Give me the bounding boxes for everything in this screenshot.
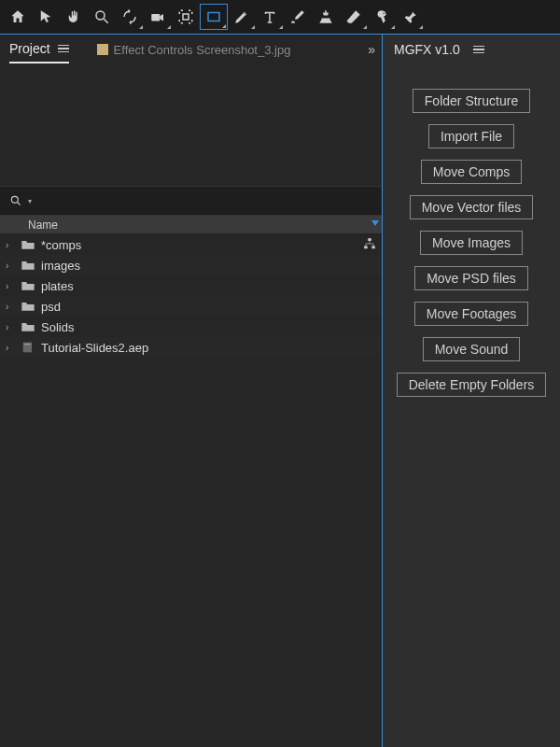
- svg-line-1: [104, 19, 108, 23]
- mgfx-button-list: Folder Structure Import File Move Comps …: [383, 64, 560, 397]
- tab-effect-controls-label: Effect Controls Screenshot_3.jpg: [114, 43, 291, 57]
- row-label: *comps: [41, 238, 81, 252]
- project-row[interactable]: › psd: [0, 296, 382, 317]
- type-tool-icon[interactable]: [256, 4, 284, 30]
- tab-effect-controls[interactable]: Effect Controls Screenshot_3.jpg: [97, 43, 291, 57]
- delete-empty-folders-button[interactable]: Delete Empty Folders: [397, 373, 547, 397]
- project-search[interactable]: ▾: [0, 186, 382, 216]
- project-panel: Project Effect Controls Screenshot_3.jpg…: [0, 34, 383, 747]
- flowchart-icon[interactable]: [363, 237, 376, 253]
- roto-brush-tool-icon[interactable]: [368, 4, 396, 30]
- tabs-expand-icon[interactable]: »: [368, 42, 374, 57]
- selection-tool-icon[interactable]: [32, 4, 60, 30]
- project-row[interactable]: › Tutorial-Slides2.aep: [0, 337, 382, 358]
- brush-tool-icon[interactable]: [284, 4, 312, 30]
- svg-point-0: [96, 11, 105, 20]
- svg-point-5: [245, 13, 246, 15]
- import-file-button[interactable]: Import File: [428, 124, 514, 148]
- svg-rect-13: [24, 344, 31, 345]
- svg-rect-10: [364, 246, 368, 248]
- panel-menu-icon[interactable]: [473, 46, 484, 54]
- tab-project-label: Project: [9, 41, 50, 56]
- folder-structure-button[interactable]: Folder Structure: [413, 89, 530, 113]
- disclosure-icon[interactable]: ›: [6, 343, 15, 353]
- disclosure-icon[interactable]: ›: [6, 322, 15, 332]
- move-psd-files-button[interactable]: Move PSD files: [414, 266, 528, 290]
- svg-point-7: [11, 196, 18, 203]
- project-list-header[interactable]: Name: [0, 216, 382, 234]
- disclosure-icon[interactable]: ›: [6, 240, 15, 250]
- search-icon: [9, 194, 22, 207]
- svg-rect-9: [368, 238, 371, 241]
- folder-icon: [21, 260, 35, 271]
- project-file-icon: [21, 342, 35, 353]
- region-tool-icon[interactable]: [172, 4, 200, 30]
- mgfx-panel: MGFX v1.0 Folder Structure Import File M…: [383, 34, 560, 747]
- svg-rect-3: [183, 14, 189, 20]
- file-type-icon: [97, 44, 108, 55]
- column-sort-indicator-icon: [371, 220, 379, 232]
- clone-stamp-tool-icon[interactable]: [312, 4, 340, 30]
- orbit-tool-icon[interactable]: [116, 4, 144, 30]
- mgfx-title: MGFX v1.0: [394, 42, 460, 57]
- project-row[interactable]: › Solids: [0, 317, 382, 337]
- zoom-tool-icon[interactable]: [88, 4, 116, 30]
- move-images-button[interactable]: Move Images: [420, 231, 523, 255]
- svg-rect-11: [371, 246, 375, 248]
- hand-tool-icon[interactable]: [60, 4, 88, 30]
- disclosure-icon[interactable]: ›: [6, 302, 15, 312]
- top-toolbar: [0, 0, 560, 34]
- folder-icon: [21, 239, 35, 250]
- project-row[interactable]: › plates: [0, 275, 382, 296]
- rectangle-tool-icon[interactable]: [200, 4, 228, 30]
- move-footages-button[interactable]: Move Footages: [414, 302, 529, 326]
- pen-tool-icon[interactable]: [228, 4, 256, 30]
- project-body: ▾ Name › *comps › images: [0, 64, 382, 747]
- project-list: › *comps › images › plates ›: [0, 234, 382, 358]
- pin-tool-icon[interactable]: [396, 4, 424, 30]
- disclosure-icon[interactable]: ›: [6, 261, 15, 271]
- row-label: plates: [41, 279, 74, 293]
- tab-project[interactable]: Project: [9, 35, 69, 63]
- svg-rect-2: [151, 14, 160, 21]
- row-label: Tutorial-Slides2.aep: [41, 341, 148, 355]
- svg-line-8: [18, 203, 21, 205]
- project-row[interactable]: › *comps: [0, 234, 382, 255]
- mgfx-panel-header: MGFX v1.0: [383, 35, 560, 64]
- row-label: psd: [41, 300, 61, 314]
- folder-icon: [21, 301, 35, 312]
- svg-point-6: [384, 13, 385, 15]
- main-content: Project Effect Controls Screenshot_3.jpg…: [0, 34, 560, 747]
- folder-icon: [21, 321, 35, 332]
- disclosure-icon[interactable]: ›: [6, 281, 15, 291]
- row-label: images: [41, 259, 80, 273]
- folder-icon: [21, 280, 35, 291]
- eraser-tool-icon[interactable]: [340, 4, 368, 30]
- move-comps-button[interactable]: Move Comps: [421, 160, 522, 184]
- camera-tool-icon[interactable]: [144, 4, 172, 30]
- project-row[interactable]: › images: [0, 255, 382, 275]
- home-icon[interactable]: [4, 4, 32, 30]
- panel-tab-strip: Project Effect Controls Screenshot_3.jpg…: [0, 35, 382, 64]
- panel-menu-icon[interactable]: [58, 45, 69, 53]
- search-dropdown-caret-icon[interactable]: ▾: [28, 197, 32, 205]
- row-label: Solids: [41, 320, 74, 334]
- column-name-header: Name: [28, 218, 58, 232]
- move-sound-button[interactable]: Move Sound: [423, 337, 521, 361]
- svg-rect-4: [208, 13, 219, 21]
- move-vector-files-button[interactable]: Move Vector files: [410, 195, 534, 219]
